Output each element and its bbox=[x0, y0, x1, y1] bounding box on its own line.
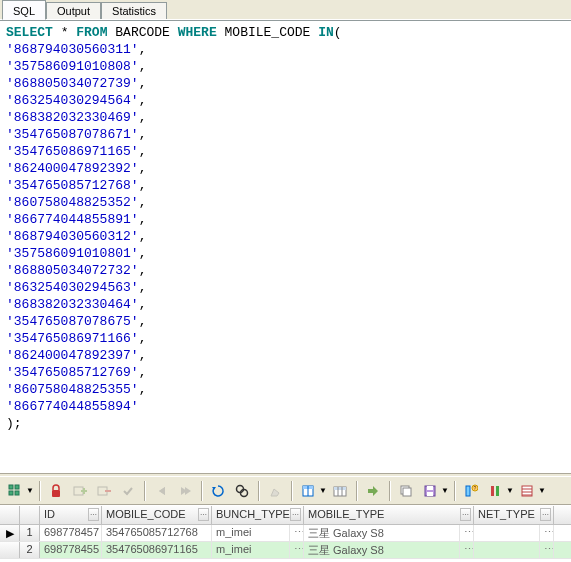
tab-strip: SQL Output Statistics bbox=[0, 0, 571, 20]
toggle-filter-button[interactable] bbox=[484, 480, 506, 502]
results-grid[interactable]: ID⋯ MOBILE_CODE⋯ BUNCH_TYPE⋯ MOBILE_TYPE… bbox=[0, 505, 571, 562]
export-dropdown[interactable]: ▼ bbox=[319, 486, 327, 495]
export-button[interactable] bbox=[297, 480, 319, 502]
column-header-net-type[interactable]: NET_TYPE⋯ bbox=[474, 506, 554, 524]
results-toolbar: ▼ ▼ ▼ ? bbox=[0, 477, 571, 505]
tab-sql[interactable]: SQL bbox=[2, 0, 46, 20]
delete-row-button[interactable] bbox=[93, 480, 115, 502]
lock-button[interactable] bbox=[45, 480, 67, 502]
last-button[interactable] bbox=[174, 480, 196, 502]
column-header-mobile-type[interactable]: MOBILE_TYPE⋯ bbox=[304, 506, 474, 524]
svg-rect-3 bbox=[15, 491, 19, 495]
svg-rect-16 bbox=[334, 487, 346, 490]
save-dropdown[interactable]: ▼ bbox=[441, 486, 449, 495]
find-button[interactable] bbox=[231, 480, 253, 502]
grid-header: ID⋯ MOBILE_CODE⋯ BUNCH_TYPE⋯ MOBILE_TYPE… bbox=[0, 506, 571, 525]
navigate-button[interactable] bbox=[362, 480, 384, 502]
svg-rect-28 bbox=[496, 486, 499, 496]
grid-mode-dropdown[interactable]: ▼ bbox=[26, 486, 34, 495]
svg-point-10 bbox=[237, 485, 244, 492]
svg-rect-0 bbox=[9, 485, 13, 489]
detail-view-dropdown[interactable]: ▼ bbox=[538, 486, 546, 495]
table-row[interactable]: 2698778455354765086971165m_imei⋯三星 Galax… bbox=[0, 542, 571, 559]
save-button[interactable] bbox=[419, 480, 441, 502]
column-header-id[interactable]: ID⋯ bbox=[40, 506, 102, 524]
detail-view-button[interactable] bbox=[516, 480, 538, 502]
column-header-bunch-type[interactable]: BUNCH_TYPE⋯ bbox=[212, 506, 304, 524]
svg-rect-27 bbox=[491, 486, 494, 496]
svg-rect-23 bbox=[427, 492, 433, 496]
svg-text:?: ? bbox=[474, 485, 477, 491]
column-header-mobile-code[interactable]: MOBILE_CODE⋯ bbox=[102, 506, 212, 524]
tab-output[interactable]: Output bbox=[46, 2, 101, 19]
svg-point-11 bbox=[241, 489, 248, 496]
table-row[interactable]: ▶1698778457354765085712768m_imei⋯三星 Gala… bbox=[0, 525, 571, 542]
svg-rect-4 bbox=[52, 490, 60, 497]
post-button[interactable] bbox=[117, 480, 139, 502]
svg-rect-22 bbox=[427, 486, 433, 490]
toggle-filter-dropdown[interactable]: ▼ bbox=[506, 486, 514, 495]
svg-rect-20 bbox=[403, 488, 411, 496]
export-table-button[interactable] bbox=[329, 480, 351, 502]
refresh-button[interactable] bbox=[207, 480, 229, 502]
svg-rect-2 bbox=[9, 491, 13, 495]
copy-button[interactable] bbox=[395, 480, 417, 502]
tab-statistics[interactable]: Statistics bbox=[101, 2, 167, 19]
add-row-button[interactable] bbox=[69, 480, 91, 502]
sql-editor[interactable]: SELECT * FROM BARCODE WHERE MOBILE_CODE … bbox=[0, 20, 571, 473]
svg-rect-1 bbox=[15, 485, 19, 489]
grid-mode-button[interactable] bbox=[4, 480, 26, 502]
column-info-button[interactable]: ? bbox=[460, 480, 482, 502]
first-button[interactable] bbox=[150, 480, 172, 502]
svg-rect-24 bbox=[466, 486, 470, 496]
clear-button[interactable] bbox=[264, 480, 286, 502]
